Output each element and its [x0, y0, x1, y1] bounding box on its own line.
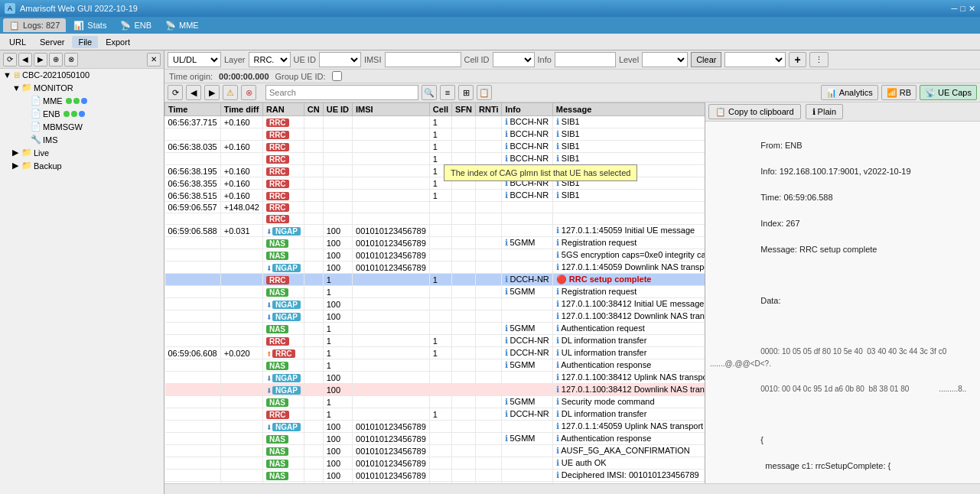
tab-mme[interactable]: 📡 MME: [159, 18, 205, 32]
table-row[interactable]: ⬇NGAP 100 001010123456789 ℹ 127.0.1.1:45…: [165, 421, 705, 433]
col-sfn[interactable]: SFN: [452, 103, 476, 116]
ue-caps-btn[interactable]: 📡 UE Caps: [920, 85, 977, 100]
info-input[interactable]: [555, 52, 616, 67]
sidebar-btn-3[interactable]: ▶: [34, 53, 47, 67]
table-row[interactable]: NAS 100 001010123456789 ℹ5GMM ℹ Registra…: [165, 237, 705, 249]
table-row[interactable]: NAS 1 ℹ5GMM ℹ Authentication response: [165, 359, 705, 372]
copy-btn[interactable]: 📋: [477, 85, 492, 100]
minimize-btn[interactable]: ─: [952, 4, 958, 14]
sidebar-close-btn[interactable]: ✕: [147, 53, 161, 67]
table-row[interactable]: NAS 100 001010123456789 ℹ5GMM ℹ Authenti…: [165, 433, 705, 445]
col-ran[interactable]: RAN: [262, 103, 304, 116]
copy-clipboard-btn[interactable]: 📋 Copy to clipboard: [708, 104, 801, 119]
menu-url[interactable]: URL: [3, 36, 32, 48]
prev-btn[interactable]: ◀: [186, 85, 201, 100]
table-row[interactable]: NAS 1 ℹ5GMM ℹ Registration request: [165, 286, 705, 298]
maximize-btn[interactable]: □: [960, 4, 965, 14]
cell-rnti: [476, 202, 502, 213]
stop-btn[interactable]: ⊗: [241, 85, 256, 100]
col-cn[interactable]: CN: [304, 103, 323, 116]
col-ueid[interactable]: UE ID: [323, 103, 352, 116]
filter-btn2[interactable]: ⊞: [458, 85, 474, 100]
table-row[interactable]: RRC 1 1 ℹDCCH-NR ℹ DL information transf…: [165, 408, 705, 421]
table-row[interactable]: 06:56:38.035 +0.160 RRC 1 ℹBCCH-NR ℹ SIB…: [165, 141, 705, 153]
table-row[interactable]: NAS 1 ℹ5GMM ℹ Authentication request: [165, 323, 705, 335]
table-row[interactable]: 06:56:37.715 +0.160 RRC 1 ℹBCCH-NR ℹ SIB…: [165, 116, 705, 128]
format-select[interactable]: UL/DL: [168, 52, 221, 67]
table-row[interactable]: 06:59:06.608 +0.020 ⬆RRC 1 1 ℹDCCH-NR ℹ …: [165, 347, 705, 359]
table-row[interactable]: 06:59:06.588 +0.031 ⬇NGAP 100 0010101234…: [165, 225, 705, 237]
close-btn[interactable]: ✕: [969, 4, 975, 14]
cell-cn: [304, 286, 323, 298]
search-input[interactable]: [265, 85, 418, 100]
tab-stats[interactable]: 📊 Stats: [67, 18, 112, 32]
sidebar-btn-4[interactable]: ⊕: [49, 53, 63, 67]
col-timediff[interactable]: Time diff: [220, 103, 262, 116]
cell-id-select[interactable]: [493, 52, 535, 67]
sidebar-btn-1[interactable]: ⟳: [3, 53, 17, 67]
table-row[interactable]: ⬇NGAP 100 ℹ 127.0.1.100:38412 Downlink N…: [165, 384, 705, 396]
table-row[interactable]: RRC 1 1 ℹDCCH-NR ℹ DL information transf…: [165, 335, 705, 347]
table-row[interactable]: 06:59:06.557 +148.042 RRC: [165, 202, 705, 213]
tree-mme[interactable]: 📄 MME: [0, 94, 164, 107]
table-row[interactable]: ⬇NGAP 100 ℹ 127.0.1.100:38412 Uplink NAS…: [165, 372, 705, 384]
tab-enb[interactable]: 📡 ENB: [114, 18, 158, 32]
layer-select[interactable]: RRC.: [249, 52, 291, 67]
tree-backup[interactable]: ▶ 📁 Backup: [0, 159, 164, 172]
more-btn[interactable]: ≡: [440, 85, 455, 100]
imsi-input[interactable]: [385, 52, 461, 67]
col-imsi[interactable]: IMSI: [353, 103, 430, 116]
table-row[interactable]: NAS 1 ℹ5GMM ℹ Security mode command: [165, 396, 705, 408]
menu-export[interactable]: Export: [99, 36, 136, 48]
level-select[interactable]: [642, 52, 688, 67]
clear-btn[interactable]: Clear: [691, 52, 721, 67]
tab-logs[interactable]: 📋 Logs: 827: [3, 18, 66, 32]
table-row[interactable]: 06:56:38.515 +0.160 RRC 1 ℹBCCH-NR ℹ SIB…: [165, 190, 705, 202]
table-row[interactable]: NAS 100 001010123456789 ℹ UE auth OK: [165, 457, 705, 470]
tree-mbmsgw[interactable]: 📄 MBMSGW: [0, 120, 164, 133]
table-row[interactable]: 06:56:38.355 +0.160 RRC 1 ℹBCCH-NR ℹ SIB…: [165, 177, 705, 190]
table-row[interactable]: ⬇NGAP 100 001010123456789 ℹ 127.0.1.1:45…: [165, 262, 705, 274]
plain-btn[interactable]: ℹ Plain: [806, 104, 843, 119]
options-btn[interactable]: ⋮: [809, 52, 829, 67]
tree-ims[interactable]: 🔧 IMS: [0, 133, 164, 146]
table-row[interactable]: RRC 1 1 ℹDCCH-NR 🔴 RRC setup complete: [165, 274, 705, 286]
tree-live[interactable]: ▶ 📁 Live: [0, 146, 164, 159]
tree-enb[interactable]: 📄 ENB: [0, 107, 164, 120]
next-btn[interactable]: ▶: [204, 85, 220, 100]
rb-btn[interactable]: 📶 RB: [881, 85, 917, 100]
add-filter-btn[interactable]: +: [789, 52, 806, 67]
search-go-btn[interactable]: 🔍: [422, 85, 437, 100]
group-ue-checkbox[interactable]: [332, 71, 342, 81]
table-row[interactable]: NAS 100 001010123456789 ℹ 5GS encryption…: [165, 249, 705, 262]
enb-icon: 📡: [120, 21, 131, 31]
refresh-btn[interactable]: ⟳: [168, 85, 183, 100]
analytics-btn[interactable]: 📊 Analytics: [821, 85, 878, 100]
clear-select[interactable]: [724, 52, 786, 67]
col-rnti[interactable]: RNTi: [476, 103, 502, 116]
col-time[interactable]: Time: [165, 103, 221, 116]
table-row[interactable]: 06:56:38.195 +0.160 RRC 1 ℹBCCH-NR ℹ SIB…: [165, 165, 705, 177]
horizontal-scrollbar[interactable]: [164, 483, 980, 494]
col-message[interactable]: Message: [552, 103, 705, 116]
tree-monitor[interactable]: ▼ 📁 MONITOR: [0, 81, 164, 94]
table-row[interactable]: RRC 1 ℹBCCH-NR ℹ SIB1: [165, 153, 705, 165]
log-table-container[interactable]: Time Time diff RAN CN UE ID IMSI Cell SF…: [164, 102, 705, 483]
cell-sfn: [452, 408, 476, 421]
tree-root[interactable]: ▼ 🖥 CBC-2021050100: [0, 69, 164, 81]
table-row[interactable]: RRC 1 ℹBCCH-NR ℹ SIB1: [165, 128, 705, 141]
ue-id-select[interactable]: [319, 52, 361, 67]
table-row[interactable]: RRC: [165, 213, 705, 225]
table-row[interactable]: NAS 100 001010123456789 ℹ AUSF_5G_AKA_CO…: [165, 445, 705, 457]
table-row[interactable]: ⬇NGAP 100 ℹ 127.0.1.100:38412 Initial UE…: [165, 298, 705, 310]
table-row[interactable]: ⬇NGAP 100 ℹ 127.0.1.100:38412 Downlink N…: [165, 310, 705, 323]
cell-message: ℹ Registration request: [552, 286, 705, 298]
menu-server[interactable]: Server: [34, 36, 70, 48]
menu-file[interactable]: File: [72, 36, 98, 48]
col-cell[interactable]: Cell: [429, 103, 451, 116]
table-row[interactable]: NAS 100 001010123456789 ℹ Deciphered IMS…: [165, 470, 705, 482]
sidebar-btn-5[interactable]: ⊗: [64, 53, 78, 67]
warning-btn[interactable]: ⚠: [223, 85, 238, 100]
col-info[interactable]: Info: [502, 103, 552, 116]
sidebar-btn-2[interactable]: ◀: [18, 53, 32, 67]
